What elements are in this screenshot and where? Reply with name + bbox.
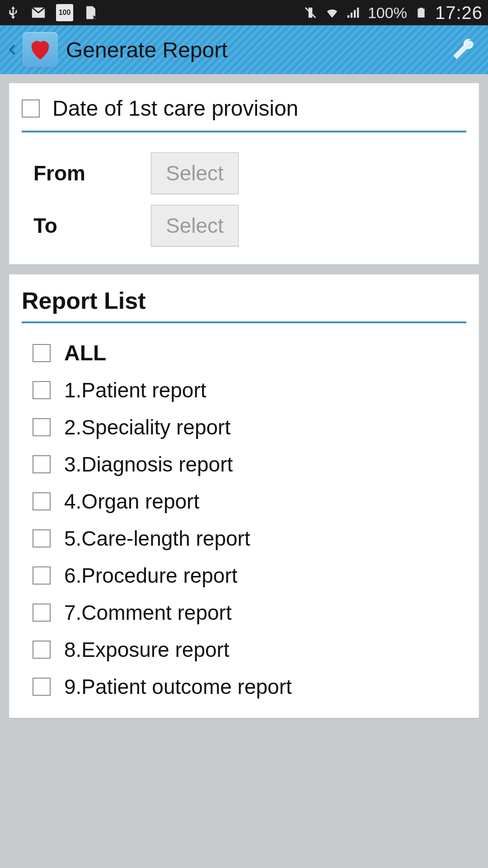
checkbox-all[interactable] — [33, 344, 51, 362]
checkbox-item-9[interactable] — [33, 678, 51, 696]
checkbox-item-8[interactable] — [33, 641, 51, 659]
wifi-icon — [324, 5, 340, 20]
from-date-row: From Select — [22, 147, 466, 199]
battery-percent: 100% — [368, 4, 407, 22]
list-item: 5.Care-length report — [22, 520, 466, 557]
list-item: 8.Exposure report — [22, 631, 466, 668]
sim-error-icon — [83, 5, 99, 20]
checkbox-item-6[interactable] — [33, 566, 51, 585]
vibrate-mute-icon — [303, 5, 318, 20]
list-item-label: 4.Organ report — [64, 489, 199, 514]
app-bar: Generate Report — [0, 25, 488, 74]
list-item: 6.Procedure report — [22, 557, 466, 594]
checkbox-item-5[interactable] — [33, 529, 51, 547]
list-item-all: ALL — [22, 334, 466, 372]
list-item: 4.Organ report — [22, 483, 466, 520]
report-list-title: Report List — [22, 287, 466, 323]
date-of-first-care-checkbox[interactable] — [22, 99, 40, 118]
page-title: Generate Report — [66, 38, 228, 62]
checkbox-item-4[interactable] — [33, 492, 51, 510]
list-item: 1.Patient report — [22, 372, 466, 409]
list-item-label: 9.Patient outcome report — [64, 675, 292, 699]
date-header-row: Date of 1st care provision — [22, 96, 466, 132]
date-filter-card: Date of 1st care provision From Select T… — [9, 83, 479, 264]
list-label-all: ALL — [64, 340, 106, 365]
from-date-select-button[interactable]: Select — [151, 152, 239, 194]
list-item-label: 5.Care-length report — [64, 526, 250, 551]
date-header-label: Date of 1st care provision — [52, 96, 298, 121]
usb-icon — [5, 5, 21, 20]
checkbox-item-2[interactable] — [33, 418, 51, 436]
signal-icon — [346, 5, 361, 20]
from-label: From — [33, 161, 137, 185]
checkbox-item-3[interactable] — [33, 455, 51, 473]
list-item: 2.Speciality report — [22, 409, 466, 446]
checkbox-item-7[interactable] — [33, 604, 51, 622]
clock-time: 17:26 — [435, 3, 483, 23]
checkbox-item-1[interactable] — [33, 381, 51, 399]
list-item-label: 7.Comment report — [64, 600, 232, 625]
to-date-row: To Select — [22, 199, 466, 252]
to-label: To — [33, 213, 137, 238]
settings-wrench-button[interactable] — [446, 36, 482, 63]
list-item: 7.Comment report — [22, 594, 466, 631]
to-date-select-button[interactable]: Select — [151, 205, 239, 246]
content-area: Date of 1st care provision From Select T… — [0, 74, 488, 737]
list-item-label: 8.Exposure report — [64, 637, 230, 662]
download-badge-icon: 100 — [56, 4, 73, 21]
status-bar: 100 100% 17:26 — [0, 0, 488, 25]
list-item-label: 6.Procedure report — [64, 563, 238, 588]
list-item-label: 2.Speciality report — [64, 415, 230, 439]
battery-icon — [413, 5, 429, 20]
list-item: 9.Patient outcome report — [22, 668, 466, 705]
mail-icon — [31, 5, 46, 20]
list-item-label: 1.Patient report — [64, 378, 206, 402]
back-button[interactable] — [6, 35, 19, 64]
app-heart-icon — [23, 32, 58, 67]
list-item-label: 3.Diagnosis report — [64, 452, 233, 476]
list-item: 3.Diagnosis report — [22, 446, 466, 483]
report-list-card: Report List ALL 1.Patient report 2.Speci… — [9, 274, 479, 718]
